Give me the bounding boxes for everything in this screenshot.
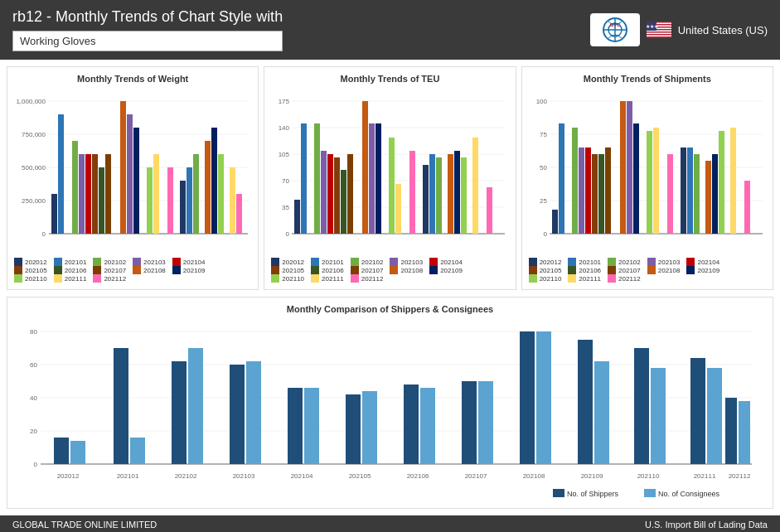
svg-rect-109 (712, 154, 718, 234)
svg-rect-144 (462, 381, 477, 464)
svg-rect-150 (578, 340, 593, 464)
svg-text:202111: 202111 (694, 472, 716, 480)
svg-rect-91 (552, 210, 558, 234)
svg-text:202102: 202102 (175, 472, 197, 480)
svg-rect-69 (375, 123, 381, 234)
svg-rect-34 (127, 114, 133, 234)
teu-chart: Monthly Trends of TEU 175 140 105 70 35 … (264, 66, 516, 290)
svg-rect-32 (105, 154, 111, 234)
svg-rect-35 (133, 128, 139, 234)
teu-chart-title: Monthly Trends of TEU (271, 74, 508, 84)
svg-rect-67 (362, 101, 368, 234)
shipments-chart: Monthly Trends of Shipments 100 75 50 25… (521, 66, 773, 290)
product-badge: Working Gloves (12, 31, 283, 51)
svg-rect-40 (187, 167, 192, 234)
page-title: rb12 - Monthly Trends of Chart Style wit… (12, 8, 283, 26)
svg-rect-154 (651, 368, 666, 464)
svg-rect-46 (236, 194, 242, 234)
svg-rect-139 (362, 391, 377, 464)
svg-rect-126 (114, 348, 128, 464)
svg-rect-95 (585, 148, 591, 234)
svg-rect-43 (211, 128, 217, 234)
svg-rect-26 (58, 114, 64, 234)
svg-rect-108 (705, 161, 711, 234)
svg-rect-10 (647, 33, 671, 35)
svg-rect-110 (719, 131, 724, 234)
weight-chart-title: Monthly Trends of Weight (14, 74, 251, 84)
svg-text:202105: 202105 (349, 472, 371, 480)
svg-rect-162 (553, 489, 564, 497)
svg-rect-156 (690, 358, 705, 464)
svg-text:202012: 202012 (57, 472, 80, 480)
svg-rect-44 (218, 154, 224, 234)
svg-rect-100 (627, 101, 632, 234)
svg-text:202106: 202106 (407, 472, 429, 480)
svg-text:202103: 202103 (233, 472, 255, 480)
svg-text:100: 100 (535, 98, 547, 105)
svg-rect-70 (389, 138, 395, 234)
svg-text:202101: 202101 (117, 472, 139, 480)
svg-rect-112 (744, 181, 750, 234)
svg-rect-151 (594, 361, 609, 464)
svg-rect-92 (559, 123, 564, 234)
svg-rect-133 (246, 361, 261, 464)
svg-rect-80 (487, 187, 492, 234)
header: rb12 - Monthly Trends of Chart Style wit… (0, 0, 780, 60)
svg-rect-30 (92, 154, 98, 234)
svg-rect-79 (472, 138, 478, 234)
svg-rect-64 (334, 157, 340, 234)
svg-text:GTC: GTC (609, 22, 620, 27)
svg-rect-38 (167, 167, 173, 234)
svg-rect-106 (687, 148, 693, 234)
svg-rect-142 (420, 388, 435, 464)
footer-left: GLOBAL TRADE ONLINE LIMITED (12, 520, 157, 530)
svg-rect-41 (193, 154, 199, 234)
svg-text:0: 0 (543, 230, 547, 238)
svg-rect-61 (314, 123, 320, 234)
svg-rect-97 (598, 154, 604, 234)
svg-rect-66 (347, 154, 353, 234)
header-left: rb12 - Monthly Trends of Chart Style wit… (12, 8, 283, 51)
svg-rect-71 (395, 184, 401, 234)
main-content: Monthly Trends of Weight 1,000,000 750,0… (0, 60, 780, 515)
svg-rect-42 (205, 141, 211, 234)
svg-rect-31 (99, 167, 104, 234)
svg-rect-37 (153, 154, 159, 234)
header-right: GTC ★★★ United States (US) (590, 13, 768, 46)
svg-text:250,000: 250,000 (22, 197, 46, 205)
weight-chart: Monthly Trends of Weight 1,000,000 750,0… (7, 66, 259, 290)
svg-rect-157 (707, 368, 722, 464)
svg-text:202108: 202108 (523, 472, 545, 480)
svg-rect-98 (605, 148, 611, 234)
svg-rect-129 (172, 361, 187, 464)
svg-text:80: 80 (30, 328, 37, 336)
svg-rect-39 (180, 181, 186, 234)
svg-rect-148 (536, 331, 551, 464)
svg-rect-94 (579, 148, 584, 234)
svg-rect-135 (288, 388, 303, 464)
svg-rect-141 (404, 384, 419, 464)
svg-text:202112: 202112 (729, 472, 751, 480)
svg-rect-11 (647, 36, 671, 37)
svg-rect-59 (294, 200, 300, 234)
svg-rect-76 (448, 154, 453, 234)
svg-rect-78 (461, 157, 467, 234)
svg-rect-75 (436, 157, 442, 234)
svg-rect-107 (694, 154, 700, 234)
svg-rect-145 (478, 381, 493, 464)
svg-rect-33 (120, 101, 126, 234)
svg-rect-72 (409, 151, 415, 234)
weight-legend: 202012 202101 202102 202103 202104 20210… (14, 258, 251, 283)
svg-rect-153 (634, 348, 649, 464)
svg-rect-63 (327, 154, 333, 234)
teu-chart-svg: 175 140 105 70 35 0 (271, 89, 507, 254)
svg-text:No. of Shippers: No. of Shippers (567, 490, 619, 498)
svg-rect-136 (304, 388, 319, 464)
svg-rect-101 (633, 123, 639, 234)
svg-text:50: 50 (540, 164, 547, 172)
svg-rect-74 (429, 154, 435, 234)
svg-text:No. of Consignees: No. of Consignees (658, 490, 720, 498)
teu-legend: 202012 202101 202102 202103 202104 20210… (271, 258, 508, 283)
svg-rect-93 (572, 128, 578, 234)
svg-text:202107: 202107 (465, 472, 487, 480)
